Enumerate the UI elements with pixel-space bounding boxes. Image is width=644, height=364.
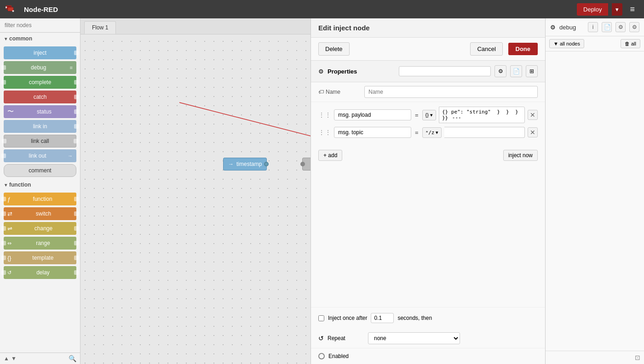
debug-gear-settings-button[interactable]: ⚙ — [615, 22, 626, 32]
connection-arrow — [80, 34, 310, 364]
common-section-header[interactable]: ▾ common — [0, 33, 80, 45]
repeat-select[interactable]: none interval at a specific time — [368, 332, 460, 344]
filter-all-nodes-button[interactable]: ▼ all nodes — [549, 39, 584, 48]
inject-once-unit: seconds, then — [397, 315, 432, 321]
canvas-area[interactable]: Flow 1 → timestamp generat.. — [80, 18, 310, 364]
canvas-node-generate[interactable]: generat... — [302, 158, 310, 171]
inject-now-button[interactable]: inject now — [503, 150, 538, 161]
topbar-left: Node-RED — [6, 4, 58, 14]
svg-line-5 — [179, 102, 310, 145]
sidebar-collapse-button[interactable]: ▼ — [11, 355, 17, 362]
sidebar-item-inject[interactable]: inject — [4, 46, 76, 59]
sidebar-item-link-in[interactable]: link in — [4, 120, 76, 133]
sidebar-search-button[interactable]: 🔍 — [69, 355, 76, 362]
canvas-node-timestamp[interactable]: → timestamp — [223, 158, 267, 171]
sidebar-item-function[interactable]: ƒ function — [4, 193, 76, 205]
debug-bottom-bar: ⊡ — [546, 351, 644, 364]
debug-settings-button[interactable]: ⚙ — [629, 22, 639, 32]
name-row: 🏷 Name — [311, 82, 545, 102]
edit-panel: Edit inject node Delete Cancel Done ⚙ Pr… — [310, 18, 545, 364]
sidebar-item-link-call[interactable]: link call — [4, 135, 76, 148]
edit-panel-actions: Delete Cancel Done — [311, 38, 545, 61]
sidebar-item-switch[interactable]: ⇄ switch — [4, 207, 76, 220]
change-icon: ⇌ — [7, 225, 12, 232]
filter-all-nodes-label: all nodes — [560, 41, 580, 46]
sidebar-item-delay[interactable]: ↺ delay — [4, 266, 76, 279]
template-port-right — [74, 256, 79, 260]
name-input[interactable] — [364, 86, 538, 98]
sidebar-item-range[interactable]: ⇔ range — [4, 237, 76, 250]
payload-value-0[interactable]: {} pe": "string" } } } }} ••• — [439, 107, 525, 123]
properties-search-input[interactable] — [399, 66, 491, 76]
payload-row-1: ⋮⋮ = ᵃ/z ▾ ✕ — [318, 127, 538, 138]
menu-button[interactable]: ≡ — [626, 3, 638, 16]
sidebar-item-comment[interactable]: comment — [4, 164, 76, 177]
delete-button[interactable]: Delete — [318, 42, 350, 56]
repeat-label: Repeat — [328, 335, 364, 341]
common-section-label: common — [9, 35, 32, 42]
common-node-list: inject debug ≡ complete catch 〜 status — [0, 45, 80, 179]
debug-list-button[interactable]: 📄 — [602, 22, 612, 32]
debug-header: ⚙ debug i 📄 ⚙ ⚙ — [546, 18, 644, 36]
sidebar-item-template[interactable]: {} template — [4, 251, 76, 264]
tag-icon: 🏷 — [318, 89, 324, 95]
cancel-button[interactable]: Cancel — [470, 42, 502, 56]
sidebar-item-complete[interactable]: complete — [4, 76, 76, 89]
generate-input-port — [300, 162, 305, 166]
props-settings-button[interactable]: ⚙ — [494, 65, 506, 77]
debug-panel: ⚙ debug i 📄 ⚙ ⚙ ▼ all nodes 🗑 all ⊡ — [545, 18, 644, 364]
filter-nodes-input[interactable] — [0, 18, 80, 33]
sidebar-item-change[interactable]: ⇌ change — [4, 222, 76, 235]
debug-panel-title: debug — [559, 24, 584, 31]
deploy-chevron-button[interactable]: ▾ — [612, 3, 622, 16]
add-property-button[interactable]: + add — [318, 150, 342, 161]
done-button[interactable]: Done — [508, 43, 538, 55]
function-chevron-icon: ▾ — [5, 182, 7, 188]
link-call-port-right — [74, 139, 78, 143]
sidebar-item-status[interactable]: 〜 status — [4, 105, 76, 118]
tab-flow1[interactable]: Flow 1 — [84, 21, 116, 34]
type-selector-0[interactable]: {} ▾ — [422, 110, 436, 120]
drag-handle-0[interactable]: ⋮⋮ — [318, 111, 331, 119]
link-out-node-label: link out — [7, 153, 68, 159]
payload-value-1[interactable] — [444, 127, 525, 138]
inject-once-label: Inject once after — [328, 315, 367, 321]
sidebar-item-debug[interactable]: debug ≡ — [4, 61, 76, 74]
filter-icon: ▼ — [553, 41, 558, 46]
inject-once-value-input[interactable] — [371, 313, 394, 323]
sidebar-expand-button[interactable]: ▲ — [4, 355, 9, 362]
catch-node-label: catch — [7, 94, 73, 100]
clear-all-button[interactable]: 🗑 all — [621, 39, 640, 48]
sidebar-item-link-out[interactable]: link out → — [4, 149, 76, 162]
range-icon: ⇔ — [7, 240, 12, 246]
remove-row-1-button[interactable]: ✕ — [528, 127, 538, 137]
drag-handle-1[interactable]: ⋮⋮ — [318, 129, 331, 136]
payload-key-1[interactable] — [334, 127, 411, 138]
switch-port-left — [1, 211, 6, 216]
inject-once-checkbox[interactable] — [318, 315, 324, 321]
enabled-circle-icon — [318, 353, 325, 359]
debug-gear-icon: ⚙ — [550, 24, 556, 31]
svg-point-3 — [12, 10, 14, 12]
sidebar-item-catch[interactable]: catch — [4, 91, 76, 103]
debug-expand-icon[interactable]: ⊡ — [635, 354, 640, 361]
nodered-logo-icon — [6, 4, 20, 14]
enabled-row: Enabled — [311, 348, 545, 364]
function-icon: ƒ — [7, 196, 11, 203]
function-section-header[interactable]: ▾ function — [0, 179, 80, 191]
debug-filter-bar: ▼ all nodes 🗑 all — [546, 36, 644, 51]
props-book-button[interactable]: 📄 — [510, 65, 522, 77]
props-layout-button[interactable]: ⊞ — [526, 65, 538, 77]
main-layout: ▾ common inject debug ≡ complete catch — [0, 18, 644, 364]
remove-row-0-button[interactable]: ✕ — [528, 110, 538, 120]
name-label: 🏷 Name — [318, 89, 364, 95]
debug-content-area — [546, 51, 644, 351]
gear-icon: ⚙ — [318, 68, 324, 75]
type-selector-1[interactable]: ᵃ/z ▾ — [422, 127, 442, 138]
status-node-label: status — [16, 108, 73, 115]
payload-key-0[interactable] — [334, 109, 411, 120]
debug-info-button[interactable]: i — [588, 22, 598, 32]
complete-port-left — [1, 80, 6, 85]
switch-node-label: switch — [14, 210, 73, 217]
deploy-button[interactable]: Deploy — [577, 3, 608, 16]
